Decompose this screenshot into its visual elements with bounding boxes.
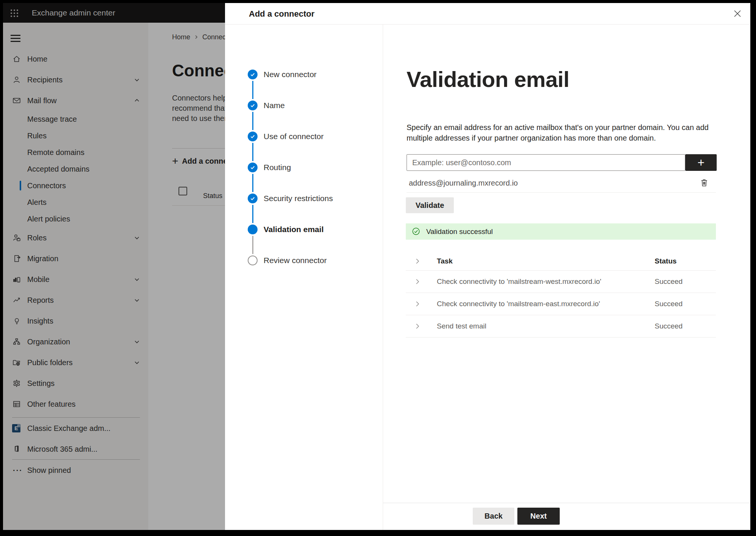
panel-title: Add a connector <box>249 3 315 25</box>
status-value: Succeed <box>655 277 683 286</box>
close-icon <box>733 13 742 19</box>
delete-address-button[interactable] <box>699 177 710 189</box>
address-text: address@journaling.mxrecord.io <box>409 174 518 192</box>
exchange-admin-app: Exchange admin center Home Recipients Ma… <box>3 3 750 530</box>
chevron-right-icon[interactable] <box>414 301 421 307</box>
table-header-row: Task Status <box>406 252 716 271</box>
stepper-connector-line <box>252 143 253 161</box>
validate-button[interactable]: Validate <box>406 197 454 213</box>
step-completed-icon <box>248 132 258 141</box>
success-message: Validation successful <box>426 223 493 240</box>
validation-results-table: Task Status Check connectivity to 'mails… <box>406 252 716 338</box>
add-connector-panel: Add a connector New connector Name Use o… <box>225 3 750 530</box>
table-row[interactable]: Send test email Succeed <box>406 315 716 338</box>
add-address-button[interactable]: + <box>685 154 717 171</box>
stepper-connector-line <box>252 81 253 99</box>
trash-icon <box>700 183 709 188</box>
chevron-right-icon[interactable] <box>414 258 421 265</box>
step-current-icon <box>248 225 258 234</box>
table-row[interactable]: Check connectivity to 'mailstream-west.m… <box>406 271 716 293</box>
chevron-right-icon[interactable] <box>414 323 421 330</box>
step-description: Specify an email address for an active m… <box>407 122 721 143</box>
stepper-connector-line <box>252 174 253 192</box>
next-button[interactable]: Next <box>517 508 560 525</box>
success-check-icon <box>412 227 420 235</box>
plus-icon: + <box>697 156 705 169</box>
step-upcoming-icon <box>248 256 258 265</box>
step-heading: Validation email <box>407 67 569 92</box>
status-value: Succeed <box>655 322 683 330</box>
panel-header: Add a connector <box>225 3 750 25</box>
step-completed-icon <box>248 70 258 79</box>
table-row[interactable]: Check connectivity to 'mailstream-east.m… <box>406 293 716 315</box>
task-column-header: Task <box>437 257 453 265</box>
wizard-stepper: New connector Name Use of connector Rout… <box>225 25 383 530</box>
divider <box>383 503 750 503</box>
step-completed-icon <box>248 101 258 110</box>
status-column-header: Status <box>655 257 677 265</box>
close-button[interactable] <box>731 8 744 20</box>
step-completed-icon <box>248 163 258 172</box>
address-list-item: address@journaling.mxrecord.io <box>407 174 716 192</box>
success-banner: Validation successful <box>406 223 716 240</box>
back-button[interactable]: Back <box>473 508 514 525</box>
stepper-connector-line <box>252 236 253 254</box>
email-address-input[interactable] <box>407 154 685 171</box>
step-completed-icon <box>248 194 258 203</box>
divider <box>407 192 716 193</box>
chevron-right-icon[interactable] <box>414 278 421 285</box>
stepper-connector-line <box>252 205 253 223</box>
stepper-connector-line <box>252 112 253 130</box>
status-value: Succeed <box>655 300 683 308</box>
